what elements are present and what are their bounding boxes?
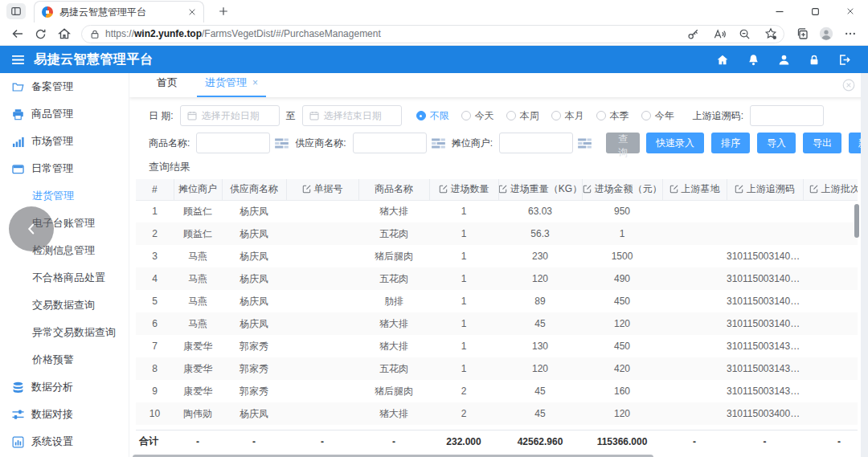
header-user-icon[interactable]: [778, 54, 790, 66]
refresh-button[interactable]: [30, 24, 51, 44]
close-window-button[interactable]: [833, 0, 868, 22]
radio-option[interactable]: 今天: [461, 109, 494, 123]
table-cell: 89: [498, 290, 582, 312]
content-tab[interactable]: 进货管理×: [197, 75, 266, 97]
supplier-select-icon[interactable]: [432, 138, 445, 149]
results-table-wrap: #摊位商户供应商名称单据号商品名称进场数量进场重量（KG）进场金额（元）上游基地…: [136, 179, 858, 453]
radio-option[interactable]: 今年: [641, 109, 674, 123]
table-cell: 120: [498, 267, 582, 290]
read-aloud-icon: [713, 28, 726, 40]
table-cell: [286, 222, 358, 245]
header-bell-icon[interactable]: [747, 54, 760, 66]
window-controls: [762, 0, 868, 22]
search-button[interactable]: 查询: [606, 133, 640, 153]
table-cell: 45: [498, 402, 582, 425]
table-row: 4马燕杨庆凤五花肉1120490310115003140203...: [136, 267, 858, 290]
tab-close-icon[interactable]: [188, 8, 196, 16]
new-tab-button[interactable]: [214, 2, 233, 21]
supplier-name-input[interactable]: [353, 133, 427, 153]
close-tab-icon[interactable]: ×: [252, 77, 258, 88]
action-button[interactable]: 导出: [803, 133, 841, 153]
table-cell: 310115003140203...: [727, 312, 803, 335]
sidebar-subitem[interactable]: 价格预警: [0, 346, 129, 373]
sidebar-item[interactable]: 备案管理: [0, 73, 129, 100]
maximize-icon: [811, 7, 820, 16]
browser-menu-button[interactable]: [839, 24, 862, 44]
sidebar-subitem[interactable]: 进货管理: [0, 182, 129, 210]
table-cell: 马燕: [174, 267, 222, 290]
profile-button[interactable]: [815, 24, 837, 44]
header-home-icon[interactable]: [716, 54, 729, 66]
sidebar-item[interactable]: 市场管理: [0, 128, 129, 155]
action-button[interactable]: 排序: [711, 133, 750, 153]
collections-button[interactable]: [791, 24, 813, 44]
sidebar-item[interactable]: 数据分析: [0, 373, 129, 401]
content-tabbar-tabs: 首页进货管理×: [149, 75, 277, 97]
table-row: 6马燕杨庆凤猪大排145120310115003140203...: [136, 312, 858, 335]
radio-option[interactable]: 不限: [416, 109, 449, 123]
product-name-input[interactable]: [196, 133, 270, 153]
padlock-icon[interactable]: [90, 29, 100, 39]
trace-code-input[interactable]: [750, 105, 824, 126]
radio-option[interactable]: 本季: [596, 109, 629, 123]
minimize-button[interactable]: [762, 0, 797, 22]
tab-actions-button[interactable]: [6, 3, 26, 19]
table-cell: 450: [582, 290, 662, 312]
table-cell: 马燕: [174, 312, 222, 335]
stall-select-icon[interactable]: [578, 138, 592, 149]
signal-icon: [12, 136, 24, 148]
radio-label: 今年: [655, 109, 674, 123]
sidebar-item[interactable]: 商品管理: [0, 100, 129, 128]
browser-tab[interactable]: 易捷云智慧管理平台: [34, 1, 204, 22]
sidebar-toggle-button[interactable]: [11, 55, 25, 65]
close-all-tabs-button[interactable]: [842, 79, 855, 92]
sidebar-item-label: 日常管理: [31, 161, 73, 176]
column-header-label: #: [152, 184, 158, 195]
table-cell: 6: [136, 312, 174, 335]
password-button[interactable]: [683, 26, 703, 43]
radio-option[interactable]: 本周: [506, 109, 539, 123]
back-button[interactable]: [6, 24, 28, 44]
column-header-inner: 上游追溯码: [727, 182, 803, 196]
maximize-button[interactable]: [797, 0, 833, 22]
action-button[interactable]: 导入: [757, 133, 796, 153]
sidebar-item[interactable]: 系统设置: [0, 428, 129, 455]
read-aloud-button[interactable]: [709, 26, 729, 43]
sidebar-item[interactable]: 日常管理: [0, 155, 129, 182]
product-select-icon[interactable]: [275, 138, 289, 149]
content-tab[interactable]: 首页: [149, 75, 186, 97]
table-cell: 120: [498, 357, 582, 380]
content-tabbar: 首页进货管理×: [129, 73, 868, 97]
table-cell: [662, 357, 727, 380]
profile-avatar-icon: [819, 27, 833, 41]
sidebar-collapse-button[interactable]: [9, 206, 54, 251]
stall-merchant-input[interactable]: [499, 133, 573, 153]
zoom-button[interactable]: [735, 26, 755, 43]
sidebar-item-label: 备案管理: [31, 80, 73, 94]
radio-label: 本周: [520, 109, 539, 123]
radio-option[interactable]: 本月: [551, 109, 584, 123]
browser-home-button[interactable]: [53, 24, 75, 44]
end-date-input[interactable]: 选择结束日期: [302, 105, 402, 126]
supplier-name-label: 供应商名称:: [295, 137, 346, 150]
edit-icon: [669, 185, 678, 194]
sidebar-item[interactable]: 数据对接: [0, 401, 129, 428]
sidebar-subitem[interactable]: 交易数据查询: [0, 292, 129, 319]
address-bar[interactable]: https://win2.yunfe.top/FarmsVegetDist/#/…: [81, 25, 784, 43]
table-cell: [727, 200, 803, 222]
table-row: 10陶伟勋杨庆凤猪大排245120310115003400103...: [136, 402, 858, 425]
end-date-placeholder: 选择结束日期: [324, 109, 382, 123]
table-cell: 1: [429, 200, 498, 222]
sidebar-subitem-label: 不合格商品处置: [32, 271, 105, 285]
header-lock-icon[interactable]: [809, 54, 820, 66]
start-date-input[interactable]: 选择开始日期: [180, 105, 280, 126]
column-header: 上游追溯码: [727, 179, 803, 200]
vertical-scrollbar[interactable]: [854, 204, 859, 238]
sidebar-subitem[interactable]: 不合格商品处置: [0, 264, 129, 292]
favorites-button[interactable]: [760, 26, 780, 43]
header-logout-icon[interactable]: [838, 54, 850, 66]
action-button[interactable]: 快速录入: [646, 133, 704, 153]
browser-tab-strip: 易捷云智慧管理平台: [0, 0, 868, 22]
sidebar-subitem[interactable]: 异常交易数据查询: [0, 319, 129, 346]
table-cell: 310115003140203...: [727, 290, 803, 312]
